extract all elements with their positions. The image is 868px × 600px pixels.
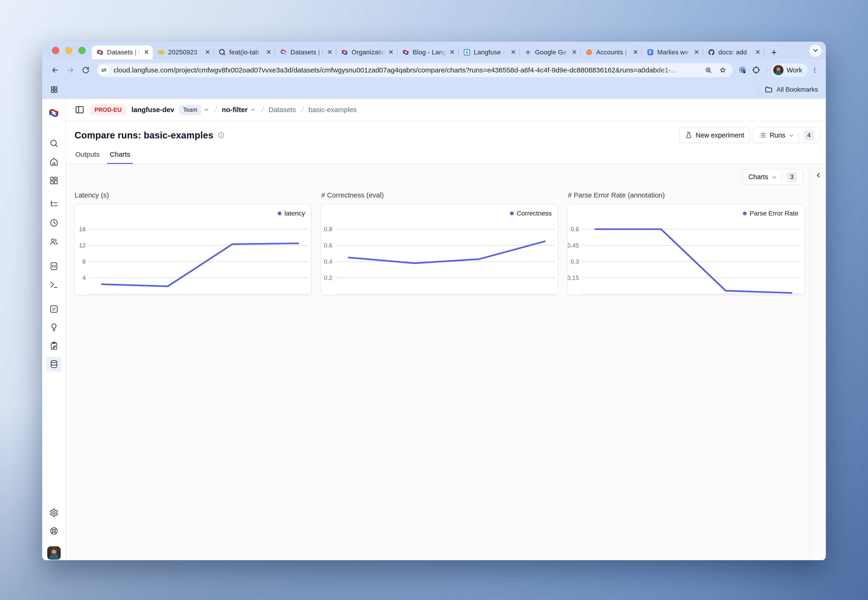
tab-outputs[interactable]: Outputs — [75, 149, 100, 164]
bookmark-star-icon[interactable] — [718, 65, 728, 75]
close-tab-icon[interactable]: ✕ — [572, 49, 577, 56]
close-tab-icon[interactable]: ✕ — [633, 49, 638, 56]
chart-block: # Correctness (eval)0.80.60.40.2Correctn… — [321, 191, 558, 295]
reload-button[interactable] — [79, 64, 92, 77]
organization-name[interactable]: langfuse-dev — [131, 106, 174, 114]
browser-tab[interactable]: Google Ge✕ — [520, 45, 581, 59]
sidebar-item-annotation-queues[interactable] — [47, 338, 61, 353]
browser-tab[interactable]: Blog - Lang✕ — [398, 45, 458, 59]
legend-dot — [278, 212, 281, 215]
chart-card: 0.80.60.40.2Correctness — [321, 204, 558, 295]
zoom-window-button[interactable] — [78, 47, 86, 54]
close-tab-icon[interactable]: ✕ — [511, 49, 516, 56]
sidebar-item-users[interactable] — [47, 234, 61, 249]
folder-icon — [765, 85, 773, 94]
clock-icon — [49, 218, 59, 227]
chart-title: # Correctness (eval) — [321, 191, 558, 199]
close-tab-icon[interactable]: ✕ — [266, 49, 272, 56]
browser-tab[interactable]: Marlies we✕ — [642, 45, 703, 59]
tab-title: Datasets | l — [290, 48, 324, 56]
sidebar-item-dashboards[interactable] — [47, 173, 61, 188]
site-info-icon[interactable] — [99, 65, 109, 76]
github-x-favicon — [219, 48, 226, 56]
sidebar-item-settings[interactable] — [47, 505, 61, 520]
all-bookmarks-button[interactable]: All Bookmarks — [765, 85, 818, 94]
runs-dropdown-button[interactable]: Runs 4 — [753, 127, 820, 143]
sidebar-item-prompts[interactable] — [47, 259, 61, 274]
new-tab-button[interactable]: + — [768, 46, 780, 59]
close-tab-icon[interactable]: ✕ — [694, 49, 700, 56]
sidebar-item-insights[interactable] — [47, 320, 61, 335]
sidebar-item-evaluators[interactable] — [47, 302, 61, 317]
close-window-button[interactable] — [52, 47, 59, 54]
langfuse-logo[interactable] — [48, 107, 60, 118]
breadcrumb-slash: / — [213, 105, 218, 115]
browser-tab[interactable]: feat(io-tab✕ — [214, 45, 275, 59]
apps-grid-icon[interactable] — [50, 85, 58, 94]
browser-tab[interactable]: docs: add✕ — [703, 45, 764, 59]
chart-legend: Parse Error Rate — [743, 210, 798, 217]
close-tab-icon[interactable]: ✕ — [388, 49, 394, 56]
close-tab-icon[interactable]: ✕ — [144, 49, 149, 56]
legend-dot — [510, 212, 514, 215]
line-chart: 161284 — [74, 205, 311, 295]
close-tab-icon[interactable]: ✕ — [449, 49, 455, 56]
langfuse-sync-favicon — [280, 48, 287, 56]
user-avatar[interactable] — [47, 546, 61, 560]
svg-text:6: 6 — [466, 50, 468, 55]
list-tree-icon — [49, 199, 59, 209]
view-tabs: OutputsCharts — [66, 149, 826, 164]
browser-tab[interactable]: Accounts |✕ — [581, 45, 642, 59]
sidebar-item-playground[interactable] — [47, 277, 61, 292]
sidebar-item-support[interactable] — [47, 524, 61, 538]
zoom-page-icon[interactable] — [703, 65, 713, 75]
legend-dot — [743, 212, 747, 215]
extensions-puzzle-icon[interactable] — [751, 65, 762, 76]
browser-tab[interactable]: Datasets | l✕ — [92, 45, 153, 59]
sidebar-item-datasets[interactable] — [47, 357, 61, 371]
tab-title: Langfuse - — [474, 48, 507, 56]
browser-tab[interactable]: 20250923✕ — [153, 45, 214, 59]
new-experiment-button[interactable]: New experiment — [679, 127, 750, 143]
minimize-window-button[interactable] — [65, 47, 73, 54]
profile-chip[interactable]: Work — [771, 64, 808, 77]
close-tab-icon[interactable]: ✕ — [755, 49, 760, 56]
tab-charts[interactable]: Charts — [110, 149, 130, 164]
page-title: Compare runs: basic-examples — [74, 130, 213, 141]
password-manager-extension-icon[interactable] — [737, 65, 748, 76]
sidebar-item-tracing[interactable] — [47, 197, 61, 211]
browser-tab[interactable]: Datasets | l✕ — [275, 45, 336, 59]
tab-title: 20250923 — [168, 48, 202, 56]
close-tab-icon[interactable]: ✕ — [327, 49, 332, 56]
browser-menu-icon[interactable] — [810, 65, 819, 76]
back-button[interactable] — [49, 64, 62, 77]
sidebar-item-search[interactable] — [47, 136, 61, 151]
browser-tab[interactable]: 6Langfuse -✕ — [458, 45, 520, 59]
collapse-panel-button[interactable] — [813, 170, 824, 180]
breadcrumb-datasets-link[interactable]: Datasets — [269, 106, 296, 114]
info-icon[interactable] — [217, 132, 225, 139]
lightbulb-icon — [49, 323, 59, 332]
lifebuoy-icon — [49, 526, 59, 536]
forward-button[interactable] — [64, 64, 77, 77]
address-bar[interactable]: cloud.langfuse.com/project/cmfwgv8fx002o… — [97, 63, 733, 77]
browser-tab[interactable]: Organizatio✕ — [336, 45, 398, 59]
breadcrumb-dataset-name[interactable]: basic-examples — [308, 106, 357, 114]
sidebar-item-home[interactable] — [47, 154, 61, 169]
app-main: PROD-EU langfuse-dev Team / no-filter / … — [66, 98, 826, 560]
legend-label: Parse Error Rate — [750, 210, 798, 217]
environment-badge[interactable]: PROD-EU — [90, 104, 126, 115]
sidebar-toggle-icon[interactable] — [74, 105, 85, 115]
charts-toolbar: Charts 3 — [66, 164, 826, 185]
chart-legend: Correctness — [510, 210, 552, 217]
chevron-down-icon — [250, 107, 256, 113]
project-selector[interactable]: no-filter — [222, 106, 256, 114]
tab-search-button[interactable] — [809, 44, 822, 57]
svg-text:0.45: 0.45 — [568, 242, 579, 248]
sidebar-item-sessions[interactable] — [47, 215, 61, 230]
tab-title: Marlies we — [657, 48, 691, 56]
org-selector[interactable]: Team — [179, 105, 209, 115]
charts-dropdown-button[interactable]: Charts 3 — [742, 169, 803, 185]
langfuse-favicon — [402, 48, 410, 56]
close-tab-icon[interactable]: ✕ — [205, 49, 210, 56]
